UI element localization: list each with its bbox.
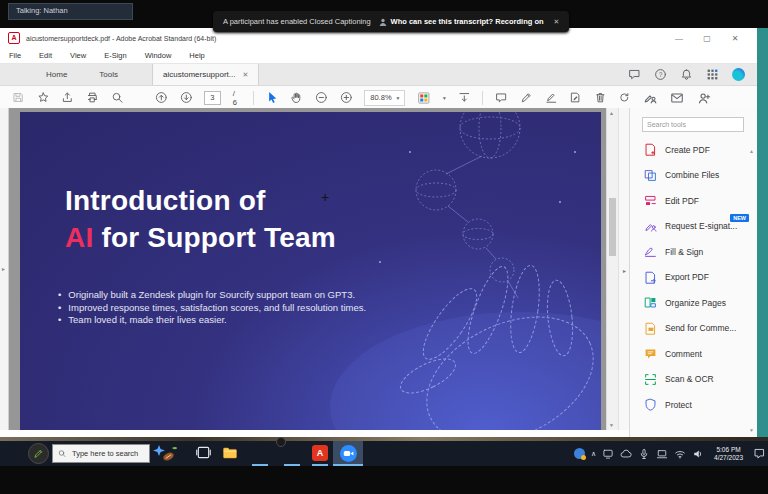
zoom-out-icon[interactable] xyxy=(315,91,328,104)
hand-tool-icon[interactable] xyxy=(290,91,303,104)
protect-icon xyxy=(644,398,657,411)
cc-transcript-link[interactable]: Who can see this transcript? Recording o… xyxy=(379,17,544,26)
navigation-pane-strip[interactable]: ► xyxy=(0,108,9,430)
bell-icon[interactable] xyxy=(680,68,693,81)
star-icon[interactable] xyxy=(37,91,50,104)
tab-tools[interactable]: Tools xyxy=(83,64,134,85)
next-page-icon[interactable] xyxy=(180,91,193,104)
sidebar-item-scan-ocr[interactable]: Scan & OCR xyxy=(630,367,757,393)
tools-pane-expand-icon[interactable]: ► xyxy=(622,268,627,274)
scroll-down-icon[interactable]: ▼ xyxy=(609,422,614,428)
scrollbar-thumb[interactable] xyxy=(609,198,616,256)
tab-home[interactable]: Home xyxy=(30,64,83,85)
tab-document[interactable]: aicustomersupport... ✕ xyxy=(152,64,259,85)
taskbar-clock[interactable]: 5:06 PM 4/27/2023 xyxy=(714,446,743,461)
onedrive-cloud-icon[interactable] xyxy=(620,448,632,460)
sidebar-item-export-pdf[interactable]: Export PDF xyxy=(630,265,757,291)
microphone-icon[interactable] xyxy=(638,448,650,460)
scan-ocr-icon xyxy=(644,373,657,386)
delete-pages-icon[interactable] xyxy=(594,91,607,104)
organize-pages-icon xyxy=(644,296,657,309)
wifi-icon[interactable] xyxy=(674,448,686,460)
volume-icon[interactable] xyxy=(692,448,704,460)
page-display-caret-icon[interactable]: ▾ xyxy=(443,95,446,101)
menu-file[interactable]: File xyxy=(0,51,30,60)
help-icon[interactable]: ? xyxy=(654,68,667,81)
sidebar-item-edit-pdf[interactable]: Edit PDF xyxy=(630,188,757,214)
task-view-icon[interactable] xyxy=(196,445,211,464)
network-warning-icon[interactable] xyxy=(574,448,585,459)
scroll-up-icon[interactable]: ▲ xyxy=(609,110,614,116)
maximize-button[interactable]: ▢ xyxy=(693,34,721,43)
svg-text:?: ? xyxy=(659,71,663,78)
tab-close-icon[interactable]: ✕ xyxy=(243,71,249,79)
sidebar-item-organize-pages[interactable]: Organize Pages xyxy=(630,290,757,316)
chevron-down-icon: ▾ xyxy=(397,95,400,101)
cc-close-icon[interactable]: ✕ xyxy=(554,18,560,26)
action-center-icon[interactable] xyxy=(753,447,766,460)
page-number-input[interactable]: 3 xyxy=(204,91,221,105)
slide-bullet: •Originally built a Zendesk plugin for S… xyxy=(58,289,366,302)
panel-expand-icon[interactable]: ► xyxy=(1,266,6,272)
save-icon[interactable] xyxy=(12,91,25,104)
comment-icon[interactable] xyxy=(495,91,508,104)
clock-date: 4/27/2023 xyxy=(714,454,743,462)
previous-page-icon[interactable] xyxy=(155,91,168,104)
slide-bullet: •Improved response times, satisfaction s… xyxy=(58,302,366,315)
acrobat-taskbar-icon[interactable]: A xyxy=(312,445,328,461)
zoom-app-icon[interactable] xyxy=(333,441,363,466)
search-icon xyxy=(58,449,66,458)
search-tools-input[interactable] xyxy=(642,117,744,132)
refresh-icon[interactable] xyxy=(618,91,631,104)
slide-title: Introduction of AI for Support Team xyxy=(65,182,336,256)
zoom-level-dropdown[interactable]: 80.8% ▾ xyxy=(364,90,405,106)
close-button[interactable]: ✕ xyxy=(721,34,749,43)
feedback-icon[interactable] xyxy=(628,68,641,81)
menu-edit[interactable]: Edit xyxy=(30,51,61,60)
request-esign-icon[interactable] xyxy=(643,91,657,105)
file-explorer-icon[interactable] xyxy=(222,445,238,464)
sidebar-item-combine-files[interactable]: Combine Files xyxy=(630,163,757,189)
acrobat-window: A aicustomersupportdeck.pdf - Adobe Acro… xyxy=(0,28,757,437)
annotation-pen-icon[interactable] xyxy=(28,443,49,464)
selection-tool-icon[interactable] xyxy=(266,91,279,104)
menu-help[interactable]: Help xyxy=(180,51,213,60)
menu-view[interactable]: View xyxy=(61,51,95,60)
account-avatar[interactable] xyxy=(732,68,745,81)
sidebar-item-protect[interactable]: Protect xyxy=(630,392,757,418)
clock-time: 5:06 PM xyxy=(714,446,743,454)
minimize-button[interactable]: — xyxy=(665,34,693,43)
touchpad-icon[interactable] xyxy=(656,448,668,460)
send-email-icon[interactable] xyxy=(670,91,684,105)
apps-grid-icon[interactable] xyxy=(706,68,719,81)
zoom-in-icon[interactable] xyxy=(340,91,353,104)
hidden-icons-chevron-icon[interactable]: ∧ xyxy=(591,450,596,458)
combine-files-icon xyxy=(644,169,657,182)
share-file-icon[interactable] xyxy=(61,91,74,104)
taskbar-search[interactable] xyxy=(52,444,150,463)
active-speaker-label: Talking: Nathan xyxy=(8,3,133,20)
display-icon[interactable] xyxy=(602,448,614,460)
tools-list: Create PDF Combine Files Edit PDF Reques… xyxy=(630,137,757,418)
pencil-icon[interactable] xyxy=(520,91,533,104)
menu-window[interactable]: Window xyxy=(136,51,181,60)
fill-and-sign-icon[interactable] xyxy=(569,91,582,104)
print-icon[interactable] xyxy=(86,91,99,104)
acrobat-app-icon: A xyxy=(8,32,20,44)
sidebar-item-create-pdf[interactable]: Create PDF xyxy=(630,137,757,163)
sidebar-item-fill-sign[interactable]: Fill & Sign xyxy=(630,239,757,265)
sidebar-item-send-for-comments[interactable]: Send for Comme... xyxy=(630,316,757,342)
news-widget-icon[interactable] xyxy=(152,444,178,467)
share-with-people-icon[interactable] xyxy=(697,91,711,105)
taskbar-search-input[interactable] xyxy=(70,448,144,459)
find-icon[interactable] xyxy=(111,91,124,104)
sign-icon[interactable] xyxy=(545,91,558,104)
tools-sidebar: Create PDF Combine Files Edit PDF Reques… xyxy=(629,108,757,437)
menu-esign[interactable]: E-Sign xyxy=(95,51,136,60)
sidebar-scroll-up-icon[interactable]: ▲ xyxy=(749,148,754,154)
sidebar-item-request-esign[interactable]: Request E-signat... NEW xyxy=(630,214,757,240)
sidebar-item-comment[interactable]: Comment xyxy=(630,341,757,367)
fit-width-icon[interactable] xyxy=(458,91,471,104)
sidebar-scroll-down-icon[interactable]: ▼ xyxy=(749,427,754,433)
page-display-icon[interactable] xyxy=(417,91,431,105)
